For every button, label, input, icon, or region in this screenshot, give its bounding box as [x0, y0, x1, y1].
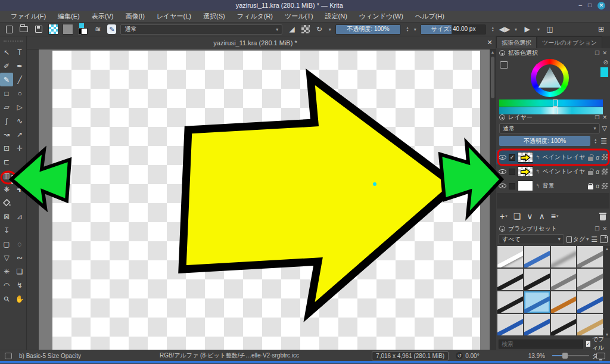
close-button[interactable]: ✕ [597, 2, 605, 10]
menu-layer[interactable]: レイヤー(L) [151, 12, 197, 21]
lock-icon[interactable] [499, 50, 505, 56]
tool-polygon[interactable]: ▱ [0, 100, 13, 114]
reload-preset-button[interactable]: ↻ [314, 24, 325, 34]
brush-preset[interactable] [577, 291, 603, 313]
float-docker-icon[interactable]: ❐ [595, 50, 599, 56]
menu-window[interactable]: ウィンドウ(W) [353, 12, 409, 21]
size-spinner[interactable]: ▴▾ [490, 26, 495, 32]
brush-preset[interactable] [524, 246, 550, 267]
tool-line[interactable]: ╱ [13, 73, 26, 86]
scroll-up-icon[interactable]: ▲ [490, 49, 496, 55]
zoom-slider[interactable] [552, 355, 589, 356]
tool-rect-select[interactable]: ▢ [0, 237, 13, 251]
vertical-mirror-button[interactable]: ▶ [522, 24, 533, 34]
tool-rectangle[interactable]: □ [0, 86, 13, 100]
tool-dynamic-brush[interactable]: ↝ [0, 127, 13, 141]
maximize-button[interactable]: □ [588, 2, 592, 8]
brush-preset[interactable] [551, 269, 577, 290]
eraser-mode-button[interactable]: ◢ [287, 24, 297, 34]
document-close-button[interactable]: ✕ [484, 39, 496, 46]
chevron-down-icon[interactable]: ▾ [515, 27, 517, 32]
brush-preset-selected[interactable] [524, 291, 550, 313]
search-input[interactable] [499, 340, 583, 349]
layer-active-checkbox[interactable] [509, 169, 515, 175]
brush-preset[interactable] [524, 269, 550, 290]
menu-help[interactable]: ヘルプ(H) [409, 12, 450, 21]
brush-preset[interactable] [577, 269, 603, 290]
opacity-spinner[interactable]: ▴▾ [405, 26, 410, 32]
tool-select-shapes[interactable]: ↖ [0, 45, 13, 59]
unlocked-icon[interactable] [588, 157, 593, 161]
chevron-down-icon[interactable]: ▾ [414, 27, 416, 32]
layer-row-background[interactable]: ↰ 背景 α [496, 179, 610, 193]
pattern-swatch[interactable] [63, 24, 73, 35]
locked-icon[interactable] [588, 185, 593, 189]
layer-row-paint-1[interactable]: ✓ ↰ ペイントレイヤ... α [496, 150, 610, 164]
layer-menu-icon[interactable]: ☰ [600, 137, 607, 145]
tool-polygon-select[interactable]: ▽ [0, 251, 13, 265]
foreground-background-colors[interactable] [77, 23, 89, 35]
tool-similar-select[interactable]: ❏ [13, 265, 26, 278]
canvas-viewport[interactable]: ▲ [27, 49, 496, 350]
brush-preset[interactable] [551, 246, 577, 267]
choose-workspace-button[interactable]: ⊞ [596, 24, 606, 34]
hue-ring[interactable] [531, 59, 569, 97]
current-color-swatch[interactable] [600, 67, 608, 77]
tool-calligraphy[interactable]: ✒ [13, 59, 26, 73]
inherit-alpha-icon[interactable] [602, 169, 608, 175]
zoom-slider-thumb[interactable] [562, 353, 568, 359]
menu-tools[interactable]: ツール(T) [279, 12, 319, 21]
close-docker-icon[interactable]: ✕ [602, 50, 607, 56]
new-document-button[interactable] [4, 24, 14, 34]
tool-freehand-select[interactable]: ∾ [13, 251, 26, 265]
saturation-value-triangle[interactable] [537, 67, 562, 89]
layer-active-checkbox[interactable] [509, 183, 515, 189]
layer-blending-mode-dropdown[interactable]: 通常 ▾ [499, 123, 600, 133]
tab-advanced-color-selector[interactable]: 拡張色選択 [496, 36, 537, 48]
layer-thumbnail[interactable] [518, 152, 533, 163]
brush-preset-history-button[interactable]: ≋ [92, 24, 103, 34]
brush-preset[interactable] [551, 291, 577, 313]
tool-color-sampler[interactable]: ✑ [13, 169, 26, 182]
brush-preset[interactable] [497, 269, 523, 290]
brush-preset[interactable] [497, 291, 523, 313]
tool-text[interactable]: T [13, 45, 26, 59]
preset-display-icon[interactable] [600, 235, 608, 243]
layer-opacity-slider[interactable]: 不透明度: 100% [499, 136, 590, 146]
canvas-vertical-scrollbar[interactable]: ▲ [490, 49, 496, 350]
alpha-lock-icon[interactable]: α [596, 169, 599, 175]
move-layer-down-button[interactable]: ∨ [527, 211, 533, 221]
inherit-alpha-icon[interactable] [602, 154, 608, 160]
float-docker-icon[interactable]: ❐ [595, 226, 599, 232]
rotation-control[interactable]: ↺ 0.00° [456, 352, 479, 359]
tool-measure[interactable]: ⊿ [13, 210, 26, 223]
no-color-icon[interactable]: ⊘ [603, 59, 608, 66]
tool-mesh-transform[interactable]: ⊠ [0, 210, 13, 223]
lock-icon[interactable] [499, 226, 505, 232]
menu-image[interactable]: 画像(I) [119, 12, 150, 21]
tool-polyline[interactable]: ▷ [13, 100, 26, 114]
tool-colorize-mask[interactable]: ❋ [0, 182, 13, 196]
layer-row-paint-2[interactable]: ↰ ペイントレイヤ... α [496, 164, 610, 179]
layer-properties-button[interactable]: ≡▾ [551, 211, 559, 221]
tool-contiguous-select[interactable]: ✳ [0, 265, 13, 278]
save-button[interactable] [33, 24, 44, 34]
tool-move[interactable]: ✛ [13, 141, 26, 155]
brush-preset[interactable] [497, 314, 523, 335]
toolbox-drag-handle[interactable] [4, 41, 23, 43]
move-layer-up-button[interactable]: ∧ [539, 211, 545, 221]
minimize-button[interactable]: – [578, 2, 582, 8]
tab-tool-options[interactable]: ツールのオプション [537, 36, 602, 48]
tool-freehand-brush[interactable]: ✎ [0, 73, 13, 86]
tool-bezier-select[interactable]: ◠ [0, 278, 13, 292]
preset-list-view-icon[interactable]: ☰ [591, 235, 597, 244]
layer-active-checkbox[interactable]: ✓ [509, 154, 515, 161]
tool-edit-shapes[interactable]: ✐ [0, 59, 13, 73]
blending-mode-dropdown[interactable]: 通常 ▾ [120, 24, 282, 35]
layer-thumbnail[interactable] [518, 166, 533, 177]
delete-layer-button[interactable] [599, 213, 606, 220]
add-layer-button[interactable]: +▾ [500, 211, 508, 221]
tool-reference-images[interactable]: ↧ [0, 223, 13, 237]
brush-size-slider[interactable]: サイズ: 40.00 px [421, 24, 487, 35]
tool-smart-patch[interactable]: ✚ [13, 182, 26, 196]
